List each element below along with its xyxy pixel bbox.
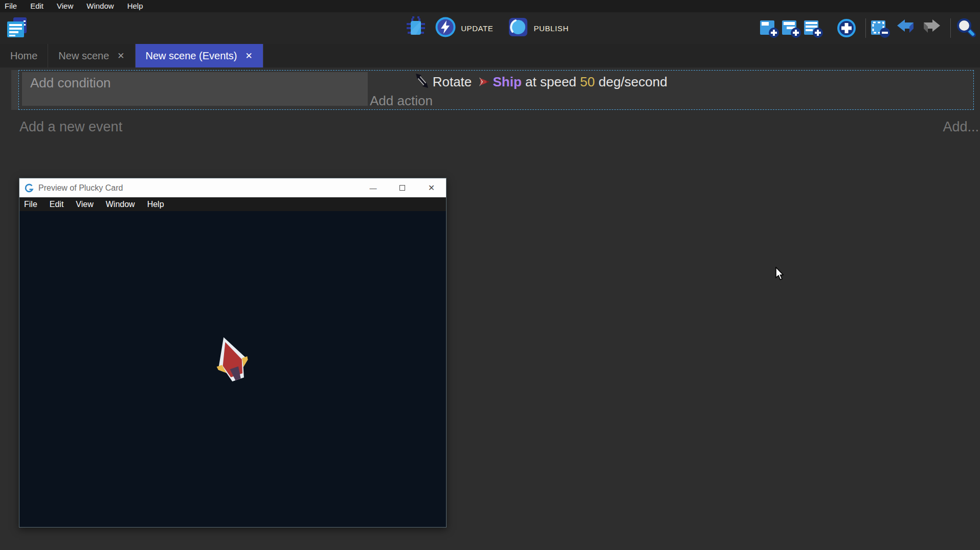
- tab-new-scene-events[interactable]: New scene (Events) ✕: [136, 44, 263, 67]
- action-text-end: deg/second: [595, 74, 667, 90]
- action-object-name: Ship: [493, 74, 522, 90]
- ship-sprite-icon: [478, 76, 491, 88]
- tab-home[interactable]: Home: [0, 44, 48, 67]
- preview-menu-view[interactable]: View: [70, 200, 99, 209]
- menu-file[interactable]: File: [0, 0, 24, 12]
- tab-new-scene[interactable]: New scene ✕: [48, 44, 135, 67]
- window-controls: — ✕: [359, 178, 446, 197]
- menu-window[interactable]: Window: [80, 0, 120, 12]
- undo-icon[interactable]: [895, 17, 917, 39]
- preview-window-title: Preview of Plucky Card: [38, 184, 123, 193]
- actions-column: Rotate Ship at speed 50 deg/second: [370, 71, 973, 109]
- menu-edit[interactable]: Edit: [24, 0, 50, 12]
- action-verb: Rotate: [433, 74, 476, 90]
- debug-bug-icon[interactable]: [404, 15, 428, 41]
- redo-icon[interactable]: [921, 17, 942, 39]
- search-icon[interactable]: [955, 17, 977, 39]
- action-text-mid: at speed: [522, 74, 580, 90]
- update-lightning-icon: [435, 16, 456, 40]
- choose-event-icon[interactable]: [836, 17, 857, 39]
- action-value: 50: [580, 74, 595, 90]
- ship-sprite: [206, 329, 257, 389]
- preview-menu-file[interactable]: File: [19, 200, 43, 209]
- add-more-button[interactable]: Add...: [943, 119, 979, 135]
- toolbar-divider: [865, 18, 866, 38]
- preview-menu-bar: File Edit View Window Help: [19, 197, 446, 211]
- preview-menu-edit[interactable]: Edit: [43, 200, 70, 209]
- maximize-icon[interactable]: [388, 178, 417, 197]
- mouse-cursor: [775, 267, 786, 283]
- update-button[interactable]: UPDATE: [435, 16, 500, 40]
- event-row[interactable]: Add condition Rotate: [18, 70, 974, 110]
- add-comment-icon[interactable]: [803, 17, 824, 39]
- editor-tab-bar: Home New scene ✕ New scene (Events) ✕: [0, 44, 980, 67]
- preview-menu-help[interactable]: Help: [141, 200, 170, 209]
- menu-help[interactable]: Help: [121, 0, 150, 12]
- add-event-row: Add a new event Add...: [0, 116, 980, 140]
- publish-button[interactable]: PUBLISH: [507, 16, 575, 40]
- close-icon[interactable]: ✕: [417, 178, 446, 197]
- remove-event-icon[interactable]: [870, 17, 891, 39]
- add-event-icon[interactable]: [759, 17, 780, 39]
- main-toolbar: UPDATE PUBLISH: [0, 12, 980, 44]
- close-icon[interactable]: ✕: [246, 51, 253, 61]
- toolbar-center-group: UPDATE PUBLISH: [0, 12, 980, 44]
- minimize-icon[interactable]: —: [359, 178, 388, 197]
- main-menu-bar: File Edit View Window Help: [0, 0, 980, 12]
- toolbar-divider: [950, 18, 951, 38]
- close-icon[interactable]: ✕: [117, 51, 124, 61]
- publish-label: PUBLISH: [533, 24, 568, 33]
- add-condition-placeholder: Add condition: [22, 72, 368, 91]
- gdevelop-logo: [25, 184, 34, 193]
- preview-menu-window[interactable]: Window: [100, 200, 141, 209]
- tab-label: New scene: [58, 50, 109, 62]
- preview-title-bar[interactable]: Preview of Plucky Card — ✕: [19, 178, 446, 197]
- add-new-event-button[interactable]: Add a new event: [19, 119, 122, 135]
- game-canvas[interactable]: [19, 211, 446, 527]
- tab-label: New scene (Events): [146, 50, 237, 62]
- preview-window: Preview of Plucky Card — ✕ File Edit Vie…: [19, 178, 447, 528]
- update-label: UPDATE: [461, 24, 493, 33]
- gdevelop-window: File Edit View Window Help: [0, 0, 980, 550]
- tab-label: Home: [10, 50, 37, 62]
- event-drag-handle[interactable]: [11, 70, 18, 110]
- add-condition-zone[interactable]: Add condition: [22, 72, 368, 106]
- menu-view[interactable]: View: [50, 0, 80, 12]
- add-subevent-icon[interactable]: [781, 17, 802, 39]
- action-rotate-ship[interactable]: Rotate Ship at speed 50 deg/second: [370, 72, 973, 92]
- publish-planet-icon: [507, 16, 529, 40]
- add-action-zone[interactable]: Add action: [370, 92, 973, 109]
